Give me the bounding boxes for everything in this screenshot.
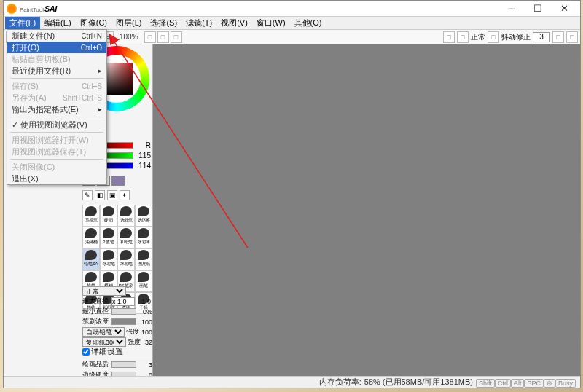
tool-pen-icon[interactable]: ✎ [82, 190, 93, 200]
brush-cell[interactable]: 水彩笔 [117, 248, 135, 270]
statusbar: 内存负荷率: 58% (已用58MB/可用1381MB) ShiftCtrlAl… [4, 376, 580, 388]
status-badge: SPC [524, 379, 544, 388]
tool-f-icon[interactable]: □ [488, 31, 499, 43]
brush-cell[interactable]: 硬消 [100, 205, 117, 227]
app-logo-icon [7, 4, 17, 14]
tool-g-icon[interactable]: □ [552, 31, 564, 43]
setting-input[interactable] [111, 297, 135, 306]
tool-eraser-icon[interactable]: ◧ [95, 190, 105, 200]
mem-value: 58% (已用58MB/可用1381MB) [364, 377, 473, 388]
menu-item[interactable]: 打开(O)Ctrl+O [7, 42, 106, 53]
menu-item: 另存为(A)Shift+Ctrl+S [7, 92, 106, 103]
brush-cell[interactable]: 铅笔SA [82, 248, 100, 270]
brush-cell[interactable]: 2值笔 [100, 227, 117, 248]
tool-a-icon[interactable]: □ [144, 31, 156, 43]
brush-cell[interactable]: 选区擦 [135, 205, 152, 227]
menu-item[interactable]: 退出(X) [7, 173, 106, 184]
menu-file[interactable]: 文件(F) [5, 17, 40, 29]
minimize-button[interactable]: ─ [498, 1, 525, 17]
menu-select[interactable]: 选择(S) [146, 17, 181, 29]
mid-label: 正常 [471, 32, 485, 42]
jitter-input[interactable] [533, 32, 550, 42]
tool-wand-icon[interactable]: ✦ [120, 190, 130, 200]
menu-item: 用视图浏览器打开(W) [7, 134, 106, 146]
menu-item[interactable]: 最近使用文件(R) [7, 65, 106, 77]
tool-c-icon[interactable]: □ [171, 31, 182, 43]
brush-cell[interactable]: 和纸笔 [117, 227, 135, 248]
tool-b-icon[interactable]: □ [157, 31, 169, 43]
zoom-level: 100% [115, 33, 143, 41]
status-badge: Ctrl [495, 379, 511, 388]
menu-item: 关闭图像(C) [7, 161, 106, 173]
setting-slider[interactable] [111, 372, 136, 376]
file-menu-dropdown: 新建文件(N)Ctrl+N打开(O)Ctrl+O粘贴自剪切板(B)最近使用文件(… [7, 29, 107, 185]
brush-cell[interactable]: 马克笔 [82, 205, 100, 227]
close-button[interactable]: ✕ [551, 1, 577, 17]
menu-image[interactable]: 图像(C) [76, 17, 111, 29]
menu-item: 保存(S)Ctrl+S [7, 80, 106, 92]
status-badge: ⊕ [544, 379, 555, 388]
menu-item: 粘贴自剪切板(B) [7, 53, 106, 65]
canvas-area[interactable] [153, 44, 580, 376]
tool-d-icon[interactable]: □ [443, 31, 455, 43]
brush-cell[interactable]: 选择笔 [117, 205, 135, 227]
menu-other[interactable]: 其他(O) [290, 17, 326, 29]
brush-settings: 正常最大直径1.0最小直径0%笔刷浓度100自动铅笔强度100复印纸300强度3… [82, 286, 152, 376]
maximize-button[interactable]: ☐ [525, 1, 551, 17]
menubar: 文件(F) 编辑(E) 图像(C) 图层(L) 选择(S) 滤镜(T) 视图(V… [4, 17, 580, 30]
tool-e-icon[interactable]: □ [457, 31, 469, 43]
menu-layer[interactable]: 图层(L) [111, 17, 146, 29]
menu-item: 用视图浏览器保存(T) [7, 146, 106, 157]
detail-check[interactable] [82, 348, 90, 356]
menu-item[interactable]: 输出为指定格式(E) [7, 103, 106, 115]
jitter-label: 抖动修正 [501, 32, 531, 42]
brush-cell[interactable]: 水彩笔 [100, 248, 117, 270]
brush-cell[interactable]: 水彩薄 [135, 227, 152, 248]
setting-slider[interactable] [111, 308, 136, 315]
app-title: PaintToolSAI [20, 3, 57, 15]
texture1-select[interactable]: 自动铅笔 [82, 327, 125, 337]
menu-item[interactable]: 新建文件(N)Ctrl+N [7, 30, 106, 42]
brush-cell[interactable]: 油漆桶 [82, 227, 100, 248]
menu-item[interactable]: ✓ 使用视图浏览器(V) [7, 119, 106, 130]
setting-slider[interactable] [111, 318, 136, 325]
menu-filter[interactable]: 滤镜(T) [181, 17, 216, 29]
swatch-recent[interactable] [111, 176, 125, 186]
mem-label: 内存负荷率: [319, 377, 361, 388]
status-badge: Busy [555, 379, 576, 388]
status-badge: Shift [476, 379, 495, 388]
menu-window[interactable]: 窗口(W) [252, 17, 290, 29]
menu-view[interactable]: 视图(V) [216, 17, 252, 29]
tool-bucket-icon[interactable]: ▣ [107, 190, 117, 200]
setting-slider[interactable] [111, 361, 136, 368]
menu-edit[interactable]: 编辑(E) [40, 17, 76, 29]
status-badge: Alt [511, 379, 525, 388]
titlebar: PaintToolSAI ─ ☐ ✕ [4, 1, 580, 17]
tool-h-icon[interactable]: □ [566, 31, 578, 43]
blend-mode-select[interactable]: 正常 [82, 286, 126, 296]
brush-cell[interactable]: 图用纸 [135, 248, 152, 270]
